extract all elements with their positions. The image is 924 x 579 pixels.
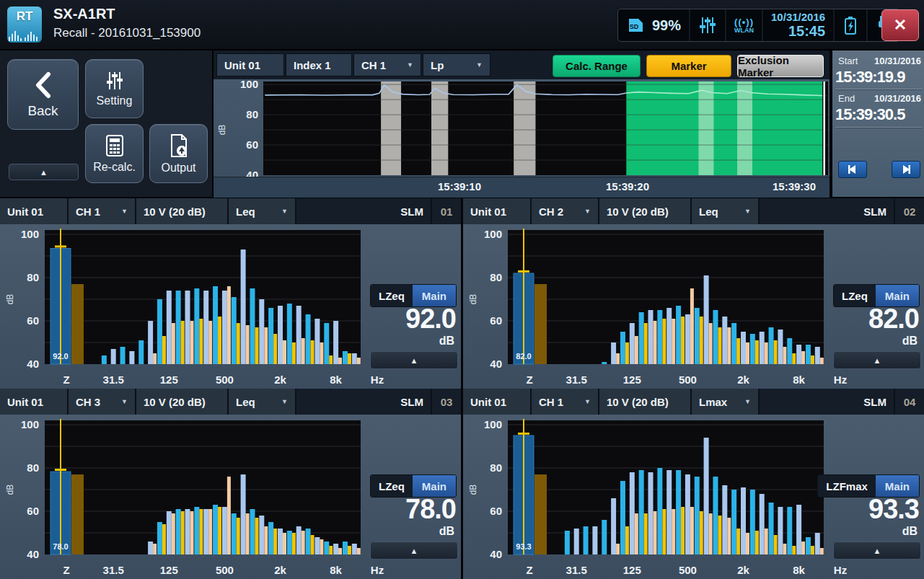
slm-range-cell[interactable]: 10 V (20 dB) (599, 198, 692, 224)
wlan-status: ((•)) WLAN (726, 9, 763, 41)
app-title: SX-A1RT (53, 6, 115, 22)
exclusion-marker-button[interactable]: Exclusion Marker (737, 55, 824, 77)
chevron-down-icon: ▼ (118, 398, 128, 405)
slm-range-cell[interactable]: 10 V (20 dB) (136, 198, 229, 224)
level-unit: dB (902, 525, 918, 538)
slm-function-select[interactable]: Leq▼ (229, 389, 296, 415)
end-time: 15:39:30.5 (835, 105, 905, 124)
level-time-chart[interactable]: 100806040dB (214, 79, 830, 177)
svg-text:Hz: Hz (371, 564, 384, 576)
back-button[interactable]: Back (7, 59, 79, 130)
chevron-down-icon: ▼ (402, 61, 413, 68)
chevron-down-icon: ▼ (742, 208, 751, 215)
level-value: 92.0 (405, 305, 456, 332)
output-label: Output (161, 162, 195, 174)
svg-text:125: 125 (623, 564, 641, 576)
exclusion-marker-label: Exclusion Marker (738, 54, 823, 79)
slm-channel-select[interactable]: CH 3▼ (69, 389, 136, 415)
step-backward-button[interactable] (838, 161, 867, 178)
close-icon: ✕ (894, 16, 907, 35)
svg-text:500: 500 (679, 374, 697, 386)
slm-channel-select[interactable]: CH 1▼ (69, 198, 136, 224)
svg-text:Hz: Hz (371, 374, 384, 386)
sidebar-collapse-button[interactable]: ▲ (9, 164, 79, 180)
calc-range-button[interactable]: Calc. Range (553, 55, 641, 77)
chevron-down-icon: ▼ (278, 398, 288, 405)
slm-tag: SLM (393, 389, 431, 415)
slm-number-badge: 01 (431, 198, 461, 224)
recalc-button[interactable]: Re-calc. (85, 124, 144, 183)
svg-text:100: 100 (484, 228, 502, 240)
setting-button[interactable]: Setting (85, 59, 144, 118)
sd-card-icon: SD (626, 17, 646, 34)
svg-text:40: 40 (490, 358, 502, 370)
slm-range-cell[interactable]: 10 V (20 dB) (599, 389, 692, 415)
step-backward-icon (845, 164, 860, 175)
setting-sliders-icon (105, 71, 125, 91)
timechart-header: Unit 01 Index 1 CH 1 ▼ Lp ▼ Calc. Range … (214, 50, 830, 79)
svg-text:78.0: 78.0 (53, 542, 68, 551)
step-forward-button[interactable] (892, 161, 920, 178)
svg-text:40: 40 (490, 548, 502, 560)
chevron-down-icon: ▼ (581, 208, 591, 215)
svg-text:82.0: 82.0 (516, 352, 531, 361)
timechart-channel-select[interactable]: CH 1 ▼ (353, 53, 421, 76)
chevron-down-icon: ▼ (472, 61, 483, 68)
slm-unit-cell[interactable]: Unit 01 (0, 389, 69, 415)
function-toggle[interactable]: LZFmax (818, 475, 876, 497)
marker-button[interactable]: Marker (646, 55, 731, 77)
slm-channel-select[interactable]: CH 1▼ (532, 389, 599, 415)
slm-function-select[interactable]: Lmax▼ (692, 389, 760, 415)
slm-range-cell[interactable]: 10 V (20 dB) (136, 389, 229, 415)
svg-text:125: 125 (160, 564, 178, 576)
slm-function-select[interactable]: Leq▼ (229, 198, 296, 224)
logo-waveform-icon (9, 30, 40, 41)
svg-text:80: 80 (246, 108, 258, 120)
slm-unit-cell[interactable]: Unit 01 (463, 198, 532, 224)
collapse-arrow-icon: ▲ (874, 547, 881, 555)
slm-unit-cell[interactable]: Unit 01 (463, 389, 532, 415)
svg-text:500: 500 (679, 564, 697, 576)
svg-text:Z: Z (63, 374, 69, 386)
timechart-unit-cell[interactable]: Unit 01 (216, 53, 284, 76)
svg-text:125: 125 (160, 374, 178, 386)
slm-panel-01: Unit 01 CH 1▼ 10 V (20 dB) Leq▼ SLM 01 1… (0, 198, 461, 389)
panel-collapse-button[interactable]: ▲ (833, 351, 921, 369)
slm-unit-cell[interactable]: Unit 01 (0, 198, 69, 224)
mixer-icon (698, 16, 717, 35)
level-unit: dB (902, 335, 918, 348)
output-button[interactable]: Output (149, 124, 208, 183)
svg-text:2k: 2k (737, 564, 749, 576)
sidebar: Back Setting Re-calc. (0, 50, 214, 197)
svg-text:Z: Z (526, 374, 532, 386)
svg-text:SD: SD (630, 23, 639, 30)
svg-text:2k: 2k (274, 374, 286, 386)
slm-function-select[interactable]: Leq▼ (692, 198, 760, 224)
level-unit: dB (439, 335, 454, 348)
timechart-index-cell[interactable]: Index 1 (286, 53, 352, 76)
svg-text:40: 40 (246, 169, 258, 177)
panel-collapse-button[interactable]: ▲ (370, 351, 458, 369)
collapse-arrow-icon: ▲ (410, 547, 418, 555)
timechart-time-axis: 15:39:10 15:39:20 15:39:30 (214, 177, 830, 198)
mixer-status (690, 9, 726, 41)
svg-text:dB: dB (5, 294, 15, 305)
start-time: 15:39:19.9 (835, 68, 905, 87)
slm-04-header: Unit 01 CH 1▼ 10 V (20 dB) Lmax▼ SLM 04 (463, 389, 924, 415)
panel-collapse-button[interactable]: ▲ (370, 542, 458, 560)
svg-text:dB: dB (5, 485, 15, 495)
close-button[interactable]: ✕ (881, 9, 919, 41)
timechart-function-label: Lp (431, 59, 444, 71)
svg-text:31.5: 31.5 (103, 374, 124, 386)
slm-number-badge: 03 (431, 389, 461, 415)
app-logo-icon: RT (7, 6, 42, 43)
slm-channel-select[interactable]: CH 2▼ (532, 198, 599, 224)
calc-range-info-panel: Start 10/31/2016 15:39:19.9 End 10/31/20… (831, 50, 924, 197)
export-document-icon (167, 133, 191, 158)
panel-collapse-button[interactable]: ▲ (833, 542, 921, 560)
calc-range-label: Calc. Range (566, 60, 628, 72)
timechart-function-select[interactable]: Lp ▼ (423, 53, 490, 76)
svg-text:8k: 8k (793, 374, 805, 386)
svg-text:2k: 2k (274, 564, 286, 576)
time-axis-tick: 15:39:20 (606, 180, 649, 193)
